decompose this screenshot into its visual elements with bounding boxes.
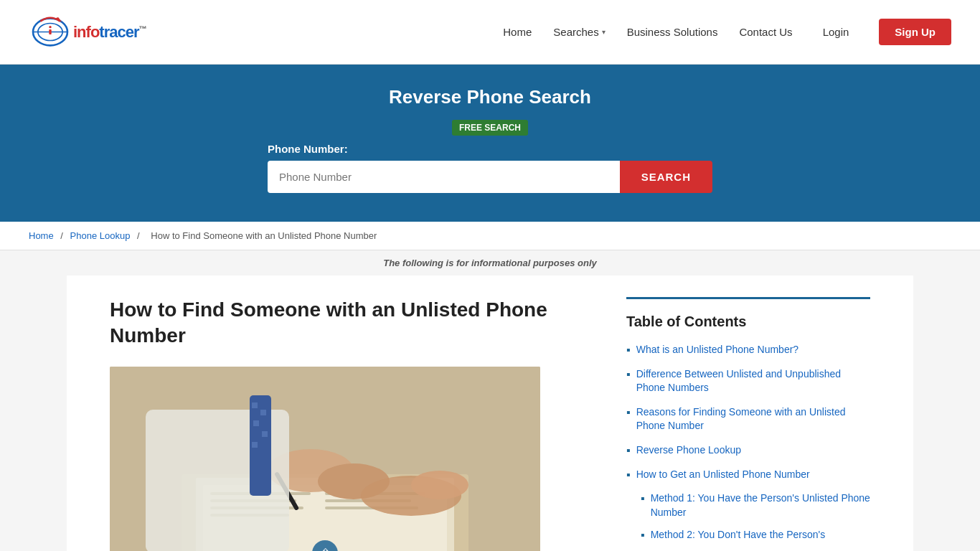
- toc-bullet-icon: ▪: [626, 344, 631, 357]
- main-nav: Home Searches ▾ Business Solutions Conta…: [503, 19, 951, 45]
- toc-item: ▪Difference Between Unlisted and Unpubli…: [626, 367, 870, 395]
- content-wrapper: How to Find Someone with an Unlisted Pho…: [67, 276, 913, 551]
- svg-rect-21: [252, 402, 258, 408]
- article-image: ⇧: [110, 367, 540, 551]
- nav-home[interactable]: Home: [503, 26, 532, 38]
- toc-sub-bullet-icon: ▪: [641, 492, 645, 505]
- login-button[interactable]: Login: [814, 20, 858, 44]
- article-title: How to Find Someone with an Unlisted Pho…: [110, 297, 583, 349]
- hero-title: Reverse Phone Search: [29, 86, 951, 108]
- nav-searches[interactable]: Searches ▾: [553, 26, 605, 38]
- toc-bullet-icon: ▪: [626, 368, 631, 381]
- nav-business-solutions[interactable]: Business Solutions: [627, 26, 718, 38]
- article-image-svg: [110, 367, 540, 551]
- logo-icon: [29, 12, 72, 52]
- logo-tracer: tracer: [99, 23, 138, 41]
- toc-bullet-icon: ▪: [626, 406, 631, 419]
- logo[interactable]: infotracer™: [29, 12, 146, 52]
- svg-rect-23: [253, 420, 259, 426]
- hero-banner: Reverse Phone Search FREE SEARCH Phone N…: [0, 65, 980, 222]
- breadcrumb-current: How to Find Someone with an Unlisted Pho…: [151, 230, 377, 241]
- toc-item: ▪Reasons for Finding Someone with an Unl…: [626, 405, 870, 433]
- toc-sub-link-1[interactable]: Method 2: You Don't Have the Person's: [651, 528, 826, 542]
- main-content: How to Find Someone with an Unlisted Pho…: [110, 297, 583, 551]
- toc-sub-bullet-icon: ▪: [641, 529, 645, 542]
- phone-input[interactable]: [268, 161, 620, 193]
- svg-rect-4: [49, 29, 51, 34]
- svg-rect-25: [252, 442, 258, 448]
- sidebar: Table of Contents ▪What is an Unlisted P…: [626, 297, 870, 551]
- free-search-badge: FREE SEARCH: [452, 120, 528, 136]
- toc-title: Table of Contents: [626, 314, 870, 330]
- toc-sub-item: ▪Method 2: You Don't Have the Person's: [641, 528, 870, 542]
- toc-link-1[interactable]: Difference Between Unlisted and Unpublis…: [636, 367, 870, 395]
- toc-bullet-icon: ▪: [626, 444, 631, 457]
- svg-rect-24: [262, 431, 268, 437]
- disclaimer-text: The following is for informational purpo…: [383, 258, 597, 268]
- signup-button[interactable]: Sign Up: [879, 19, 951, 45]
- toc-link-3[interactable]: Reverse Phone Lookup: [636, 443, 741, 458]
- phone-number-label: Phone Number:: [268, 143, 712, 155]
- toc-link-4[interactable]: How to Get an Unlisted Phone Number: [636, 468, 810, 482]
- search-button[interactable]: SEARCH: [620, 161, 712, 193]
- toc-sub-link-0[interactable]: Method 1: You Have the Person's Unlisted…: [651, 491, 870, 519]
- toc-item: ▪What is an Unlisted Phone Number?: [626, 343, 870, 357]
- disclaimer-bar: The following is for informational purpo…: [0, 250, 980, 276]
- breadcrumb: Home / Phone Lookup / How to Find Someon…: [0, 222, 980, 250]
- logo-info: info: [73, 23, 99, 41]
- breadcrumb-phone-lookup[interactable]: Phone Lookup: [70, 230, 131, 241]
- svg-rect-22: [260, 410, 266, 415]
- toc-link-2[interactable]: Reasons for Finding Someone with an Unli…: [636, 405, 870, 433]
- svg-point-27: [411, 471, 468, 499]
- toc-sub-list: ▪Method 1: You Have the Person's Unliste…: [626, 491, 870, 542]
- toc-item: ▪How to Get an Unlisted Phone Number: [626, 468, 870, 482]
- toc-link-0[interactable]: What is an Unlisted Phone Number?: [636, 343, 798, 357]
- svg-point-3: [49, 26, 51, 28]
- toc-item: ▪Reverse Phone Lookup: [626, 443, 870, 458]
- toc-list: ▪What is an Unlisted Phone Number?▪Diffe…: [626, 343, 870, 542]
- toc-box: Table of Contents ▪What is an Unlisted P…: [626, 297, 870, 542]
- nav-contact-us[interactable]: Contact Us: [739, 26, 792, 38]
- breadcrumb-home[interactable]: Home: [29, 230, 54, 241]
- toc-sub-item: ▪Method 1: You Have the Person's Unliste…: [641, 491, 870, 519]
- header: infotracer™ Home Searches ▾ Business Sol…: [0, 0, 980, 65]
- search-form: SEARCH: [268, 161, 712, 193]
- chevron-down-icon: ▾: [602, 28, 606, 36]
- toc-bullet-icon: ▪: [626, 468, 631, 481]
